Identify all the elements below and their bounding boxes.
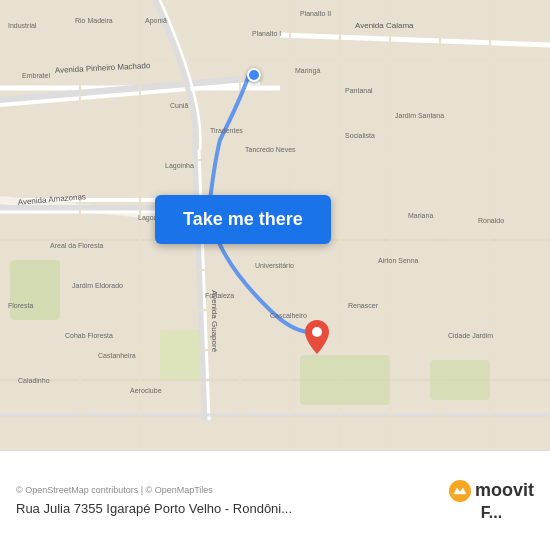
svg-text:Pantanal: Pantanal (345, 87, 373, 94)
destination-pin (305, 320, 329, 358)
svg-text:Cuniã: Cuniã (170, 102, 188, 109)
svg-text:Renascer: Renascer (348, 302, 379, 309)
svg-text:Lagoinha: Lagoinha (165, 162, 194, 170)
svg-text:Jardim Eldorado: Jardim Eldorado (72, 282, 123, 289)
svg-text:Embratel: Embratel (22, 72, 50, 79)
svg-text:Aponiã: Aponiã (145, 17, 167, 25)
svg-text:Fortaleza: Fortaleza (205, 292, 234, 299)
map-container: Avenida Pinheiro Machado Avenida Calama … (0, 0, 550, 450)
svg-text:Aeroclube: Aeroclube (130, 387, 162, 394)
svg-text:Cascalheiro: Cascalheiro (270, 312, 307, 319)
svg-text:Planalto I: Planalto I (252, 30, 281, 37)
bottom-left-info: © OpenStreetMap contributors | © OpenMap… (16, 485, 449, 516)
svg-text:Tancredo Neves: Tancredo Neves (245, 146, 296, 153)
svg-text:Cidade Jardim: Cidade Jardim (448, 332, 493, 339)
take-me-there-button[interactable]: Take me there (155, 195, 331, 244)
moovit-text: moovit (475, 480, 534, 501)
map-attribution: © OpenStreetMap contributors | © OpenMap… (16, 485, 449, 495)
moovit-logo: moovit (449, 480, 534, 502)
svg-text:Socialista: Socialista (345, 132, 375, 139)
svg-text:Tiradentes: Tiradentes (210, 127, 243, 134)
svg-text:Avenida Guaporé: Avenida Guaporé (210, 290, 219, 353)
moovit-icon (449, 480, 471, 502)
svg-text:Areal da Floresta: Areal da Floresta (50, 242, 103, 249)
svg-text:Caladinho: Caladinho (18, 377, 50, 384)
svg-text:Industrial: Industrial (8, 22, 37, 29)
location-name: Rua Julia 7355 Igarapé Porto Velho - Ron… (16, 501, 449, 516)
svg-rect-31 (160, 330, 200, 380)
svg-text:Airton Senna: Airton Senna (378, 257, 419, 264)
svg-rect-29 (300, 355, 390, 405)
svg-text:Planalto II: Planalto II (300, 10, 331, 17)
destination-label: F... (481, 504, 502, 522)
moovit-branding: moovit F... (449, 480, 534, 522)
svg-text:Floresta: Floresta (8, 302, 33, 309)
svg-text:Avenida Calama: Avenida Calama (355, 21, 414, 30)
svg-rect-28 (10, 260, 60, 320)
svg-text:Maringá: Maringá (295, 67, 320, 75)
svg-rect-30 (430, 360, 490, 400)
svg-text:Universitário: Universitário (255, 262, 294, 269)
svg-text:Cohab Floresta: Cohab Floresta (65, 332, 113, 339)
origin-location-dot (247, 68, 261, 82)
svg-point-68 (312, 327, 322, 337)
svg-text:Jardim Santana: Jardim Santana (395, 112, 444, 119)
svg-text:Ronaldo: Ronaldo (478, 217, 504, 224)
bottom-bar: © OpenStreetMap contributors | © OpenMap… (0, 450, 550, 550)
svg-text:Castanheira: Castanheira (98, 352, 136, 359)
svg-text:Mariana: Mariana (408, 212, 433, 219)
svg-text:Rio Madeira: Rio Madeira (75, 17, 113, 24)
